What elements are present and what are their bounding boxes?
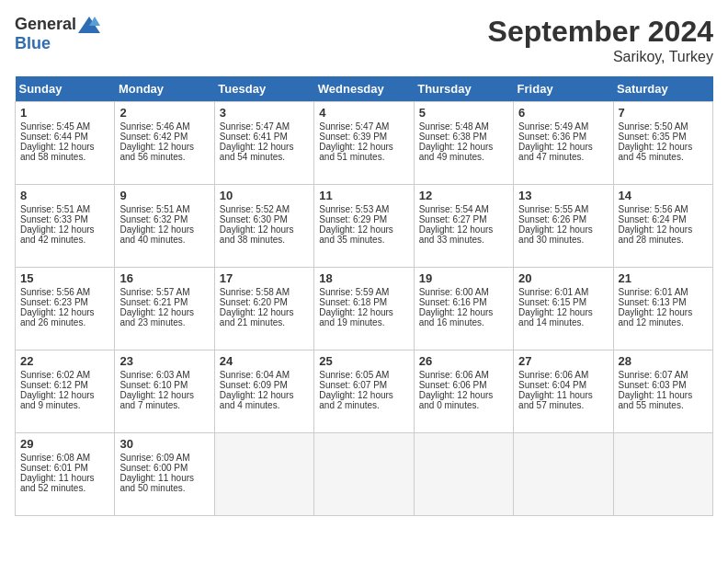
daylight: Daylight: 12 hours and 40 minutes. xyxy=(119,224,194,245)
sunrise: Sunrise: 5:53 AM xyxy=(319,204,389,214)
daylight: Daylight: 12 hours and 51 minutes. xyxy=(319,142,393,162)
calendar-cell: 20Sunrise: 6:01 AMSunset: 6:15 PMDayligh… xyxy=(514,268,613,350)
calendar-cell: 26Sunrise: 6:06 AMSunset: 6:06 PMDayligh… xyxy=(414,350,513,433)
day-number: 12 xyxy=(419,189,508,202)
daylight: Daylight: 12 hours and 14 minutes. xyxy=(518,307,593,327)
sunset: Sunset: 6:41 PM xyxy=(220,132,288,142)
sunset: Sunset: 6:09 PM xyxy=(220,380,288,390)
header-row: Sunday Monday Tuesday Wednesday Thursday… xyxy=(16,76,713,102)
calendar-cell: 23Sunrise: 6:03 AMSunset: 6:10 PMDayligh… xyxy=(115,350,214,433)
sunrise: Sunrise: 6:05 AM xyxy=(319,370,389,380)
day-number: 26 xyxy=(419,354,508,368)
day-number: 4 xyxy=(319,106,408,120)
calendar-cell: 28Sunrise: 6:07 AMSunset: 6:03 PMDayligh… xyxy=(613,350,712,433)
day-number: 16 xyxy=(119,271,209,285)
daylight: Daylight: 12 hours and 42 minutes. xyxy=(20,224,95,245)
daylight: Daylight: 12 hours and 54 minutes. xyxy=(220,142,294,162)
logo-icon xyxy=(78,17,100,33)
daylight: Daylight: 12 hours and 26 minutes. xyxy=(20,307,95,327)
calendar-cell: 11Sunrise: 5:53 AMSunset: 6:29 PMDayligh… xyxy=(314,185,414,268)
page-header: General Blue September 2024 Sarikoy, Tur… xyxy=(15,15,713,65)
calendar-cell: 7Sunrise: 5:50 AMSunset: 6:35 PMDaylight… xyxy=(613,102,712,185)
daylight: Daylight: 12 hours and 35 minutes. xyxy=(319,224,393,245)
daylight: Daylight: 12 hours and 19 minutes. xyxy=(319,307,393,327)
calendar-cell: 1Sunrise: 5:45 AMSunset: 6:44 PMDaylight… xyxy=(16,102,115,185)
day-number: 29 xyxy=(20,437,109,451)
sunrise: Sunrise: 5:56 AM xyxy=(619,204,688,214)
day-number: 19 xyxy=(419,271,508,285)
logo: General Blue xyxy=(15,15,100,53)
col-saturday: Saturday xyxy=(613,76,712,102)
col-friday: Friday xyxy=(514,76,613,102)
daylight: Daylight: 12 hours and 12 minutes. xyxy=(619,307,693,327)
daylight: Daylight: 12 hours and 33 minutes. xyxy=(419,224,494,245)
calendar-cell: 4Sunrise: 5:47 AMSunset: 6:39 PMDaylight… xyxy=(314,102,414,185)
day-number: 6 xyxy=(518,106,608,120)
sunrise: Sunrise: 5:54 AM xyxy=(419,204,489,214)
sunrise: Sunrise: 6:01 AM xyxy=(619,287,688,297)
sunset: Sunset: 6:18 PM xyxy=(319,297,387,307)
sunrise: Sunrise: 5:47 AM xyxy=(319,121,389,132)
day-number: 11 xyxy=(319,189,408,202)
calendar-week-row: 29Sunrise: 6:08 AMSunset: 6:01 PMDayligh… xyxy=(16,433,713,516)
sunrise: Sunrise: 6:03 AM xyxy=(119,370,189,380)
title-block: September 2024 Sarikoy, Turkey xyxy=(488,15,713,65)
sunset: Sunset: 6:21 PM xyxy=(119,297,188,307)
day-number: 17 xyxy=(220,271,309,285)
col-thursday: Thursday xyxy=(414,76,513,102)
day-number: 3 xyxy=(220,106,309,120)
sunset: Sunset: 6:29 PM xyxy=(319,214,387,224)
daylight: Daylight: 11 hours and 55 minutes. xyxy=(619,390,693,410)
day-number: 21 xyxy=(619,271,708,285)
sunrise: Sunrise: 5:51 AM xyxy=(119,204,189,214)
daylight: Daylight: 12 hours and 0 minutes. xyxy=(419,390,494,410)
daylight: Daylight: 12 hours and 45 minutes. xyxy=(619,142,693,162)
day-number: 13 xyxy=(518,189,608,202)
sunset: Sunset: 6:16 PM xyxy=(419,297,487,307)
empty-cell xyxy=(514,433,613,516)
calendar-cell: 19Sunrise: 6:00 AMSunset: 6:16 PMDayligh… xyxy=(414,268,513,350)
day-number: 28 xyxy=(619,354,708,368)
sunrise: Sunrise: 5:47 AM xyxy=(220,121,290,132)
daylight: Daylight: 12 hours and 56 minutes. xyxy=(119,142,194,162)
day-number: 30 xyxy=(119,437,209,451)
sunrise: Sunrise: 6:00 AM xyxy=(419,287,489,297)
daylight: Daylight: 12 hours and 38 minutes. xyxy=(220,224,294,245)
day-number: 25 xyxy=(319,354,408,368)
sunrise: Sunrise: 5:45 AM xyxy=(20,121,90,132)
calendar-cell: 8Sunrise: 5:51 AMSunset: 6:33 PMDaylight… xyxy=(16,185,115,268)
empty-cell xyxy=(613,433,712,516)
day-number: 27 xyxy=(518,354,608,368)
col-monday: Monday xyxy=(115,76,214,102)
sunset: Sunset: 6:00 PM xyxy=(119,463,188,473)
sunrise: Sunrise: 5:59 AM xyxy=(319,287,389,297)
daylight: Daylight: 12 hours and 23 minutes. xyxy=(119,307,194,327)
sunset: Sunset: 6:38 PM xyxy=(419,132,487,142)
sunset: Sunset: 6:23 PM xyxy=(20,297,88,307)
daylight: Daylight: 12 hours and 49 minutes. xyxy=(419,142,494,162)
calendar-table: Sunday Monday Tuesday Wednesday Thursday… xyxy=(15,76,713,516)
day-number: 22 xyxy=(20,354,109,368)
calendar-cell: 29Sunrise: 6:08 AMSunset: 6:01 PMDayligh… xyxy=(16,433,115,516)
calendar-cell: 17Sunrise: 5:58 AMSunset: 6:20 PMDayligh… xyxy=(214,268,313,350)
col-wednesday: Wednesday xyxy=(314,76,414,102)
calendar-week-row: 1Sunrise: 5:45 AMSunset: 6:44 PMDaylight… xyxy=(16,102,713,185)
daylight: Daylight: 12 hours and 2 minutes. xyxy=(319,390,393,410)
sunrise: Sunrise: 5:56 AM xyxy=(20,287,90,297)
daylight: Daylight: 12 hours and 9 minutes. xyxy=(20,390,95,410)
sunrise: Sunrise: 6:07 AM xyxy=(619,370,688,380)
calendar-cell: 16Sunrise: 5:57 AMSunset: 6:21 PMDayligh… xyxy=(115,268,214,350)
sunset: Sunset: 6:07 PM xyxy=(319,380,387,390)
calendar-cell: 12Sunrise: 5:54 AMSunset: 6:27 PMDayligh… xyxy=(414,185,513,268)
calendar-cell: 3Sunrise: 5:47 AMSunset: 6:41 PMDaylight… xyxy=(214,102,313,185)
logo-blue-text: Blue xyxy=(15,34,51,53)
daylight: Daylight: 12 hours and 4 minutes. xyxy=(220,390,294,410)
daylight: Daylight: 12 hours and 16 minutes. xyxy=(419,307,494,327)
day-number: 24 xyxy=(220,354,309,368)
sunset: Sunset: 6:27 PM xyxy=(419,214,487,224)
day-number: 23 xyxy=(119,354,209,368)
sunset: Sunset: 6:20 PM xyxy=(220,297,288,307)
col-tuesday: Tuesday xyxy=(214,76,313,102)
sunrise: Sunrise: 5:48 AM xyxy=(419,121,489,132)
day-number: 18 xyxy=(319,271,408,285)
